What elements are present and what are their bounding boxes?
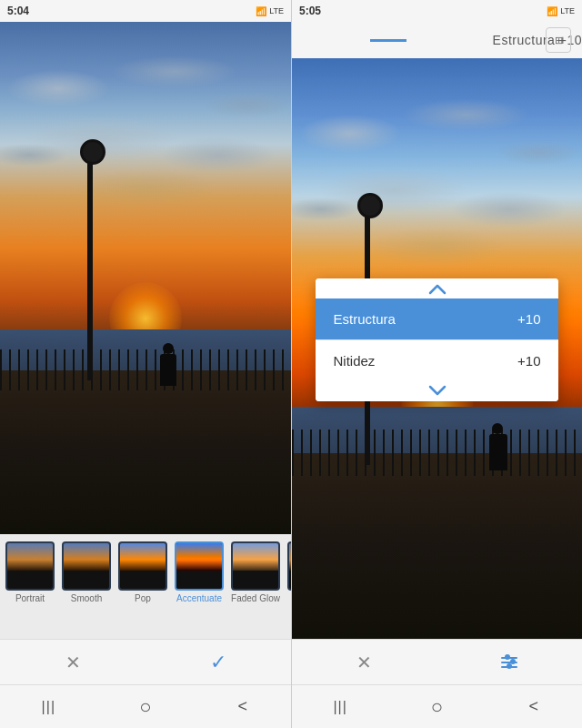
signal-text-right: LTE: [560, 6, 575, 15]
action-bar-left: ✕ ✓: [0, 639, 291, 684]
popup-chevron-down[interactable]: [316, 381, 559, 401]
signal-icon-left: LTE: [269, 6, 284, 15]
filter-thumb-extra[interactable]: [287, 541, 291, 591]
nav-home-left[interactable]: ○: [123, 687, 168, 727]
filter-item-pop[interactable]: Pop: [116, 541, 169, 637]
popup-row-estructura[interactable]: Estructura +10: [316, 298, 559, 339]
cancel-button-left[interactable]: ✕: [53, 642, 93, 682]
nav-menu-right[interactable]: |||: [317, 687, 363, 727]
photo-area-right: Estructura +10 Nitidez +10: [292, 58, 582, 639]
menu-icon-left: |||: [42, 699, 55, 715]
time-right: 5:05: [299, 5, 321, 17]
adjust-line-3: [501, 666, 517, 668]
nav-bar-left: ||| ○ <: [0, 684, 291, 728]
filter-label-pop: Pop: [135, 593, 151, 603]
filter-thumb-accentuate[interactable]: [175, 541, 224, 591]
nav-home-right[interactable]: ○: [414, 687, 459, 727]
filter-label-faded-glow: Faded Glow: [231, 593, 280, 603]
filter-label-smooth: Smooth: [71, 593, 102, 603]
adjust-button-right[interactable]: [489, 642, 529, 682]
top-bar-right: Estructura +10 ⊞: [292, 22, 582, 58]
filter-label-portrait: Portrait: [15, 593, 45, 603]
adjust-line-1: [501, 657, 517, 659]
lte-icon-right: 📶: [547, 6, 557, 16]
nav-menu-left[interactable]: |||: [25, 687, 71, 727]
filter-item-faded-glow[interactable]: Faded Glow: [229, 541, 282, 637]
figure-left: [160, 354, 176, 386]
popup-value-nitidez: +10: [517, 353, 540, 369]
nav-back-right[interactable]: <: [511, 687, 557, 727]
filter-item-portrait[interactable]: Portrait: [4, 541, 56, 637]
close-icon-left: ✕: [65, 652, 81, 673]
adjustment-popup: Estructura +10 Nitidez +10: [316, 278, 559, 401]
filter-label-accentuate: Accentuate: [176, 593, 222, 603]
popup-label-nitidez: Nitidez: [334, 353, 376, 369]
photo-area-left: [0, 22, 291, 534]
pier-left: [0, 370, 291, 534]
filter-thumb-smooth[interactable]: [62, 541, 111, 591]
popup-chevron-up[interactable]: [316, 278, 559, 298]
status-icons-left: 📶 LTE: [256, 6, 284, 16]
time-left: 5:04: [7, 5, 29, 17]
menu-icon-right: |||: [333, 699, 346, 715]
filter-thumb-pop[interactable]: [118, 541, 167, 591]
status-bar-right: 5:05 📶 LTE: [292, 0, 582, 22]
home-icon-left: ○: [139, 695, 151, 719]
accent-indicator: [370, 39, 406, 42]
filter-strip: Portrait Smooth Pop: [0, 534, 291, 639]
filter-item-accentuate[interactable]: Accentuate: [173, 541, 226, 637]
grid-icon: ⊞: [555, 35, 563, 46]
sliders-icon: [501, 657, 517, 668]
filter-item-smooth[interactable]: Smooth: [60, 541, 113, 637]
lte-icon-left: 📶: [256, 6, 266, 16]
right-panel: 5:05 📶 LTE Estructura +10 ⊞: [291, 0, 582, 728]
status-bar-left: 5:04 📶 LTE: [0, 0, 291, 22]
nav-back-left[interactable]: <: [220, 687, 266, 727]
filter-thumb-portrait[interactable]: [5, 541, 55, 591]
lamppost-left: [87, 150, 93, 380]
back-icon-right: <: [529, 697, 539, 716]
close-icon-right: ✕: [356, 652, 372, 673]
check-icon-left: ✓: [210, 651, 226, 674]
filter-thumb-faded-glow[interactable]: [231, 541, 280, 591]
popup-overlay: Estructura +10 Nitidez +10: [292, 58, 582, 639]
status-icons-right: 📶 LTE: [547, 6, 575, 16]
action-bar-right: ✕: [292, 639, 582, 684]
nav-bar-right: ||| ○ <: [292, 684, 582, 728]
cancel-button-right[interactable]: ✕: [345, 642, 385, 682]
filter-thumbnails[interactable]: Portrait Smooth Pop: [0, 534, 291, 639]
fence-left: [0, 349, 291, 390]
popup-value-estructura: +10: [517, 311, 540, 327]
left-panel: 5:04 📶 LTE Portrait: [0, 0, 291, 728]
expand-icon-right[interactable]: ⊞: [546, 27, 571, 53]
popup-label-estructura: Estructura: [334, 311, 396, 327]
home-icon-right: ○: [431, 695, 443, 719]
popup-row-nitidez[interactable]: Nitidez +10: [316, 340, 559, 381]
confirm-button-left[interactable]: ✓: [198, 642, 238, 682]
chevron-up-icon: [428, 284, 447, 295]
back-icon-left: <: [237, 697, 247, 716]
photo-bg-left: [0, 22, 291, 534]
chevron-down-icon: [428, 385, 447, 396]
